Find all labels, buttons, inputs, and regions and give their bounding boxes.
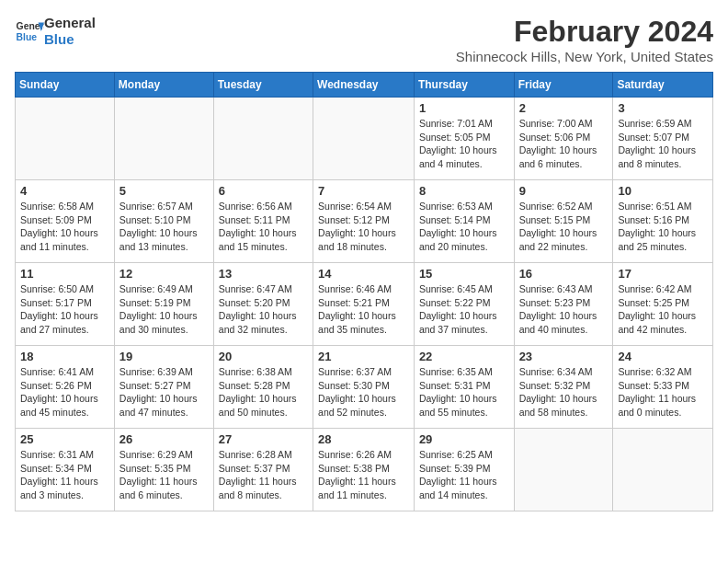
calendar-cell: 2Sunrise: 7:00 AM Sunset: 5:06 PM Daylig… xyxy=(514,98,613,180)
calendar-cell: 17Sunrise: 6:42 AM Sunset: 5:25 PM Dayli… xyxy=(613,263,713,346)
subtitle: Shinnecock Hills, New York, United State… xyxy=(456,49,713,64)
calendar-cell: 4Sunrise: 6:58 AM Sunset: 5:09 PM Daylig… xyxy=(16,180,115,263)
calendar-cell: 12Sunrise: 6:49 AM Sunset: 5:19 PM Dayli… xyxy=(114,263,213,346)
day-info: Sunrise: 6:35 AM Sunset: 5:31 PM Dayligh… xyxy=(419,365,509,419)
svg-text:Blue: Blue xyxy=(17,32,38,42)
day-info: Sunrise: 6:28 AM Sunset: 5:37 PM Dayligh… xyxy=(219,448,308,502)
day-number: 19 xyxy=(119,350,209,363)
calendar-week-4: 18Sunrise: 6:41 AM Sunset: 5:26 PM Dayli… xyxy=(16,346,713,429)
day-number: 26 xyxy=(119,432,209,446)
day-number: 4 xyxy=(20,184,109,198)
day-info: Sunrise: 6:26 AM Sunset: 5:38 PM Dayligh… xyxy=(318,448,409,502)
day-info: Sunrise: 6:38 AM Sunset: 5:28 PM Dayligh… xyxy=(219,365,308,419)
day-number: 12 xyxy=(119,267,209,281)
day-info: Sunrise: 6:45 AM Sunset: 5:22 PM Dayligh… xyxy=(419,282,509,337)
calendar-cell: 1Sunrise: 7:01 AM Sunset: 5:05 PM Daylig… xyxy=(414,98,514,180)
logo-text-line1: General xyxy=(44,15,96,31)
calendar-week-5: 25Sunrise: 6:31 AM Sunset: 5:34 PM Dayli… xyxy=(16,429,713,511)
calendar-header-sunday: Sunday xyxy=(16,73,115,98)
page-header: General Blue General Blue February 2024 … xyxy=(15,15,713,64)
calendar-header-wednesday: Wednesday xyxy=(313,73,415,98)
calendar-cell: 27Sunrise: 6:28 AM Sunset: 5:37 PM Dayli… xyxy=(213,429,313,511)
day-number: 27 xyxy=(219,432,308,446)
logo-text-line2: Blue xyxy=(44,31,96,48)
calendar-cell: 19Sunrise: 6:39 AM Sunset: 5:27 PM Dayli… xyxy=(114,346,213,429)
day-number: 7 xyxy=(318,184,409,198)
calendar-cell xyxy=(613,429,713,511)
calendar-cell xyxy=(213,98,313,180)
calendar-cell: 28Sunrise: 6:26 AM Sunset: 5:38 PM Dayli… xyxy=(313,429,415,511)
day-number: 13 xyxy=(219,267,308,281)
day-number: 10 xyxy=(618,184,708,198)
day-info: Sunrise: 6:41 AM Sunset: 5:26 PM Dayligh… xyxy=(20,365,109,419)
calendar-cell xyxy=(514,429,613,511)
day-number: 29 xyxy=(419,432,509,446)
day-info: Sunrise: 6:39 AM Sunset: 5:27 PM Dayligh… xyxy=(119,365,209,419)
day-number: 16 xyxy=(519,267,609,281)
day-info: Sunrise: 6:47 AM Sunset: 5:20 PM Dayligh… xyxy=(219,282,308,337)
calendar-cell: 24Sunrise: 6:32 AM Sunset: 5:33 PM Dayli… xyxy=(613,346,713,429)
day-number: 5 xyxy=(119,184,209,198)
day-info: Sunrise: 6:51 AM Sunset: 5:16 PM Dayligh… xyxy=(618,200,708,254)
calendar-cell: 7Sunrise: 6:54 AM Sunset: 5:12 PM Daylig… xyxy=(313,180,415,263)
calendar-cell: 22Sunrise: 6:35 AM Sunset: 5:31 PM Dayli… xyxy=(414,346,514,429)
day-number: 28 xyxy=(318,432,409,446)
calendar-header-tuesday: Tuesday xyxy=(213,73,313,98)
calendar-cell: 8Sunrise: 6:53 AM Sunset: 5:14 PM Daylig… xyxy=(414,180,514,263)
day-number: 24 xyxy=(618,350,708,363)
day-number: 20 xyxy=(219,350,308,363)
calendar-cell: 5Sunrise: 6:57 AM Sunset: 5:10 PM Daylig… xyxy=(114,180,213,263)
calendar-week-1: 1Sunrise: 7:01 AM Sunset: 5:05 PM Daylig… xyxy=(16,98,713,180)
day-number: 21 xyxy=(318,350,409,363)
day-info: Sunrise: 6:58 AM Sunset: 5:09 PM Dayligh… xyxy=(20,200,109,254)
calendar-header-saturday: Saturday xyxy=(613,73,713,98)
day-info: Sunrise: 6:49 AM Sunset: 5:19 PM Dayligh… xyxy=(119,282,209,337)
logo: General Blue General Blue xyxy=(15,15,96,48)
day-info: Sunrise: 6:32 AM Sunset: 5:33 PM Dayligh… xyxy=(618,365,708,419)
calendar-cell: 14Sunrise: 6:46 AM Sunset: 5:21 PM Dayli… xyxy=(313,263,415,346)
calendar-cell: 23Sunrise: 6:34 AM Sunset: 5:32 PM Dayli… xyxy=(514,346,613,429)
day-number: 15 xyxy=(419,267,509,281)
calendar-cell: 9Sunrise: 6:52 AM Sunset: 5:15 PM Daylig… xyxy=(514,180,613,263)
calendar-cell: 16Sunrise: 6:43 AM Sunset: 5:23 PM Dayli… xyxy=(514,263,613,346)
calendar-header-row: SundayMondayTuesdayWednesdayThursdayFrid… xyxy=(16,73,713,98)
calendar-week-3: 11Sunrise: 6:50 AM Sunset: 5:17 PM Dayli… xyxy=(16,263,713,346)
logo-icon: General Blue xyxy=(15,17,44,46)
calendar-cell: 6Sunrise: 6:56 AM Sunset: 5:11 PM Daylig… xyxy=(213,180,313,263)
calendar-week-2: 4Sunrise: 6:58 AM Sunset: 5:09 PM Daylig… xyxy=(16,180,713,263)
day-number: 25 xyxy=(20,432,109,446)
day-info: Sunrise: 6:34 AM Sunset: 5:32 PM Dayligh… xyxy=(519,365,609,419)
calendar-header-friday: Friday xyxy=(514,73,613,98)
day-info: Sunrise: 7:00 AM Sunset: 5:06 PM Dayligh… xyxy=(519,117,609,171)
day-number: 23 xyxy=(519,350,609,363)
calendar-cell xyxy=(16,98,115,180)
day-number: 14 xyxy=(318,267,409,281)
calendar-cell: 20Sunrise: 6:38 AM Sunset: 5:28 PM Dayli… xyxy=(213,346,313,429)
calendar-header-monday: Monday xyxy=(114,73,213,98)
calendar-cell: 18Sunrise: 6:41 AM Sunset: 5:26 PM Dayli… xyxy=(16,346,115,429)
calendar-header-thursday: Thursday xyxy=(414,73,514,98)
day-info: Sunrise: 6:57 AM Sunset: 5:10 PM Dayligh… xyxy=(119,200,209,254)
day-info: Sunrise: 7:01 AM Sunset: 5:05 PM Dayligh… xyxy=(419,117,509,171)
day-info: Sunrise: 6:59 AM Sunset: 5:07 PM Dayligh… xyxy=(618,117,708,171)
calendar-cell: 3Sunrise: 6:59 AM Sunset: 5:07 PM Daylig… xyxy=(613,98,713,180)
calendar-cell: 21Sunrise: 6:37 AM Sunset: 5:30 PM Dayli… xyxy=(313,346,415,429)
calendar-cell: 13Sunrise: 6:47 AM Sunset: 5:20 PM Dayli… xyxy=(213,263,313,346)
day-info: Sunrise: 6:56 AM Sunset: 5:11 PM Dayligh… xyxy=(219,200,308,254)
calendar-table: SundayMondayTuesdayWednesdayThursdayFrid… xyxy=(15,72,713,511)
day-number: 8 xyxy=(419,184,509,198)
calendar-cell: 25Sunrise: 6:31 AM Sunset: 5:34 PM Dayli… xyxy=(16,429,115,511)
day-number: 6 xyxy=(219,184,308,198)
day-info: Sunrise: 6:50 AM Sunset: 5:17 PM Dayligh… xyxy=(20,282,109,337)
day-info: Sunrise: 6:31 AM Sunset: 5:34 PM Dayligh… xyxy=(20,448,109,502)
calendar-cell: 10Sunrise: 6:51 AM Sunset: 5:16 PM Dayli… xyxy=(613,180,713,263)
calendar-cell: 11Sunrise: 6:50 AM Sunset: 5:17 PM Dayli… xyxy=(16,263,115,346)
day-number: 17 xyxy=(618,267,708,281)
day-info: Sunrise: 6:37 AM Sunset: 5:30 PM Dayligh… xyxy=(318,365,409,419)
calendar-cell xyxy=(114,98,213,180)
day-info: Sunrise: 6:54 AM Sunset: 5:12 PM Dayligh… xyxy=(318,200,409,254)
day-info: Sunrise: 6:43 AM Sunset: 5:23 PM Dayligh… xyxy=(519,282,609,337)
main-title: February 2024 xyxy=(456,15,713,49)
day-info: Sunrise: 6:29 AM Sunset: 5:35 PM Dayligh… xyxy=(119,448,209,502)
day-info: Sunrise: 6:25 AM Sunset: 5:39 PM Dayligh… xyxy=(419,448,509,502)
